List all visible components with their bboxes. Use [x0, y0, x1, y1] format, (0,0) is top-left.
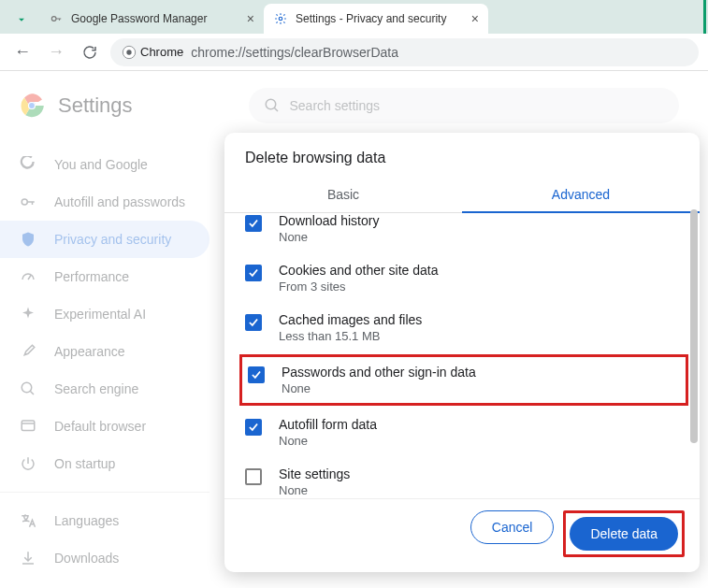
page: Settings Search settings You and Google … [0, 71, 708, 588]
gear-icon [273, 11, 288, 26]
row-title: Cookies and other site data [279, 263, 683, 278]
row-cookies: Cookies and other site dataFrom 3 sites [245, 253, 683, 303]
scrollbar-thumb[interactable] [690, 209, 698, 443]
toolbar: ← → Chrome chrome://settings/clearBrowse… [0, 34, 708, 71]
checkbox[interactable] [245, 468, 262, 485]
row-site-settings: Site settingsNone [245, 457, 683, 498]
window-accent [703, 0, 706, 34]
dialog-tabs: Basic Advanced [224, 178, 700, 213]
reload-icon [81, 44, 98, 61]
key-icon [49, 11, 64, 26]
row-subtitle: From 3 sites [279, 280, 683, 294]
tab-title: Google Password Manager [71, 12, 239, 25]
close-icon[interactable]: × [247, 11, 254, 26]
clear-data-dialog: Delete browsing data Basic Advanced Down… [224, 133, 700, 572]
row-subtitle: None [279, 230, 683, 244]
row-title: Download history [279, 213, 683, 228]
tab-basic[interactable]: Basic [224, 178, 462, 213]
delete-data-button[interactable]: Delete data [570, 517, 678, 551]
dialog-title: Delete browsing data [224, 133, 700, 178]
checkbox[interactable] [245, 265, 262, 281]
svg-point-0 [51, 17, 56, 22]
checkbox[interactable] [245, 314, 262, 331]
checkbox[interactable] [245, 215, 262, 232]
row-title: Site settings [279, 466, 683, 481]
row-title: Passwords and other sign-in data [282, 365, 680, 380]
row-subtitle: None [279, 483, 683, 497]
svg-point-1 [279, 17, 282, 21]
row-subtitle: None [282, 381, 680, 395]
highlight-passwords: Passwords and other sign-in dataNone [239, 354, 688, 406]
chrome-icon [122, 45, 137, 60]
row-autofill: Autofill form dataNone [245, 408, 683, 457]
svg-point-3 [126, 50, 131, 54]
row-title: Autofill form data [279, 417, 683, 432]
url-text: chrome://settings/clearBrowserData [191, 45, 398, 60]
tab-settings[interactable]: Settings - Privacy and security × [264, 4, 488, 34]
row-download-history: Download historyNone [245, 213, 683, 253]
tab-advanced[interactable]: Advanced [462, 178, 700, 213]
row-passwords: Passwords and other sign-in dataNone [248, 365, 680, 395]
tab-password-manager[interactable]: Google Password Manager × [39, 4, 264, 34]
tab-search-dropdown[interactable] [7, 6, 36, 34]
dialog-footer: Cancel Delete data [224, 498, 700, 572]
chevron-down-icon [15, 13, 28, 26]
chrome-label: Chrome [140, 45, 183, 59]
row-title: Cached images and files [279, 312, 683, 327]
scrollbar[interactable] [690, 209, 698, 527]
omnibox[interactable]: Chrome chrome://settings/clearBrowserDat… [110, 38, 699, 66]
dialog-content: Download historyNone Cookies and other s… [224, 213, 700, 498]
row-subtitle: Less than 15.1 MB [279, 329, 683, 343]
checkbox[interactable] [245, 419, 262, 436]
back-button[interactable]: ← [9, 39, 36, 65]
forward-button[interactable]: → [43, 39, 69, 65]
tab-title: Settings - Privacy and security [296, 12, 464, 25]
cancel-button[interactable]: Cancel [470, 510, 555, 544]
tab-strip: Google Password Manager × Settings - Pri… [0, 0, 708, 34]
row-subtitle: None [279, 434, 683, 448]
highlight-delete: Delete data [563, 510, 685, 557]
close-icon[interactable]: × [471, 11, 479, 26]
row-cached: Cached images and filesLess than 15.1 MB [245, 303, 683, 352]
reload-button[interactable] [77, 39, 103, 65]
chrome-badge: Chrome [122, 45, 183, 60]
checkbox[interactable] [248, 366, 265, 383]
